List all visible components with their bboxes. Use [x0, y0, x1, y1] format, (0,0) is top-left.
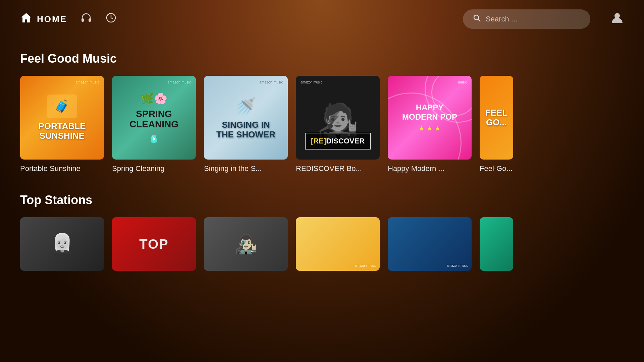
happy-pop-artwork-text: HAPPYMODERN POP — [402, 103, 457, 122]
card-happy-pop-label: Happy Modern ... — [388, 164, 472, 173]
feel-good-cards-row: amazon music 🧳 PORTABLESUNSHINE Portable… — [20, 76, 624, 173]
search-icon — [473, 14, 481, 24]
card-feelgood-partial[interactable]: FEELGO... Feel-Go... — [480, 76, 513, 173]
top-stations-section: Top Stations 👩‍🦳 ToP 👨‍🎤 — [0, 193, 644, 271]
card-shower-label: Singing in the S... — [204, 164, 288, 173]
station-card-1[interactable]: 👩‍🦳 — [20, 217, 104, 271]
station-card-6[interactable] — [480, 217, 513, 271]
svg-rect-1 — [89, 18, 91, 22]
feel-good-section: Feel Good Music amazon music 🧳 PORTABLES… — [0, 52, 644, 173]
svg-point-3 — [474, 15, 479, 20]
card-feelgood-label: Feel-Go... — [480, 164, 513, 173]
card-portable-sunshine[interactable]: amazon music 🧳 PORTABLESUNSHINE Portable… — [20, 76, 104, 173]
headphones-button[interactable] — [80, 12, 92, 26]
svg-point-5 — [614, 13, 620, 18]
card-singing-shower[interactable]: amazon music 🚿 SINGING INTHE SHOWER Sing… — [204, 76, 288, 173]
brand-portable: amazon music — [76, 80, 99, 84]
portable-sunshine-artwork-text: PORTABLESUNSHINE — [38, 121, 86, 140]
brand-shower: amazon music — [260, 80, 283, 84]
user-button[interactable] — [610, 11, 624, 27]
station-card-3[interactable]: 👨‍🎤 — [204, 217, 288, 271]
search-bar[interactable]: Search ... — [463, 9, 590, 29]
card-portable-label: Portable Sunshine — [20, 164, 104, 173]
home-icon — [20, 12, 32, 27]
card-rediscover-label: REDISCOVER Bo... — [296, 164, 380, 173]
station-card-5[interactable]: amazon music — [388, 217, 472, 271]
station-card-4[interactable]: amazon music — [296, 217, 380, 271]
star1: ★ — [419, 124, 425, 132]
card-happy-modern-pop[interactable]: music HAPPYMODERN POP ★ ★ ★ Happy Modern… — [388, 76, 472, 173]
home-label: HOME — [37, 14, 67, 24]
shower-artwork-text: SINGING INTHE SHOWER — [216, 120, 275, 139]
card-spring-label: Spring Cleaning — [112, 164, 196, 173]
navigation: HOME Search ... — [0, 0, 644, 38]
station-card-2[interactable]: ToP — [112, 217, 196, 271]
home-button[interactable]: HOME — [20, 12, 67, 27]
top-stations-cards-row: 👩‍🦳 ToP 👨‍🎤 amazon mus — [20, 217, 624, 271]
svg-rect-0 — [82, 18, 84, 22]
card-rediscover[interactable]: amazon music 🧑‍🎤 [RE]DISCOVER REDISCOVER… — [296, 76, 380, 173]
card-spring-cleaning[interactable]: amazon music 🌿🌸 SPRINGCLEANING 🧴 Spring … — [112, 76, 196, 173]
search-placeholder: Search ... — [486, 15, 517, 23]
top-stations-title: Top Stations — [20, 193, 624, 207]
history-button[interactable] — [105, 12, 117, 26]
svg-line-4 — [478, 19, 481, 22]
top-station-text: ToP — [139, 237, 169, 252]
feel-good-title: Feel Good Music — [20, 52, 624, 66]
star2: ★ — [427, 124, 433, 132]
feelgood-artwork-text: FEELGO... — [485, 108, 507, 127]
brand-spring: amazon music — [168, 80, 191, 84]
spring-cleaning-artwork-text: SPRINGCLEANING — [129, 109, 178, 130]
star3: ★ — [435, 124, 441, 132]
